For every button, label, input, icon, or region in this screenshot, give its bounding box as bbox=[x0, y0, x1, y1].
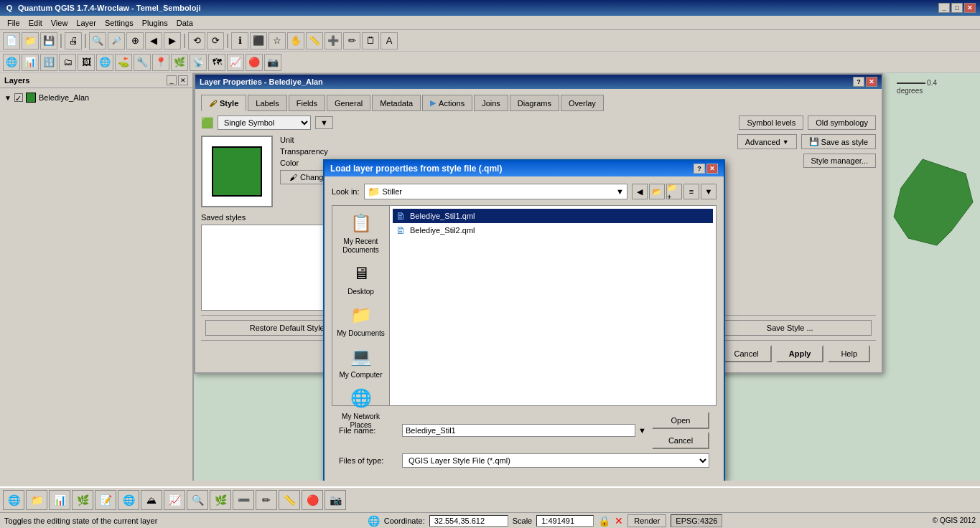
taskbar-btn-1[interactable]: 🌐 bbox=[3, 490, 24, 510]
layer-expand-icon[interactable]: ▼ bbox=[4, 94, 11, 102]
taskbar-btn-7[interactable]: ⛰ bbox=[141, 490, 162, 510]
layer-name[interactable]: Belediye_Alan bbox=[39, 93, 89, 102]
taskbar-btn-2[interactable]: 📁 bbox=[26, 490, 47, 510]
shortcut-computer[interactable]: 💻 My Computer bbox=[336, 344, 386, 380]
plugin-tool-15[interactable]: 📷 bbox=[264, 54, 281, 71]
layer-props-help-button[interactable]: ? bbox=[853, 77, 864, 87]
lock-icon[interactable]: 🔒 bbox=[598, 515, 610, 527]
taskbar-btn-13[interactable]: 📏 bbox=[279, 490, 300, 510]
taskbar-btn-4[interactable]: 🌿 bbox=[72, 490, 93, 510]
layers-panel-minimize[interactable]: _ bbox=[167, 75, 177, 85]
shortcut-documents[interactable]: 📁 My Documents bbox=[336, 302, 386, 338]
zoom-in-button[interactable]: 🔍 bbox=[89, 32, 106, 50]
open-button[interactable]: 📁 bbox=[22, 32, 39, 50]
cancel-button[interactable]: Cancel bbox=[722, 345, 772, 362]
style-manager-button[interactable]: Style manager... bbox=[803, 154, 877, 168]
select-button[interactable]: ⬛ bbox=[250, 32, 267, 50]
plugin-tool-9[interactable]: 📍 bbox=[152, 54, 169, 71]
zoom-out-button[interactable]: 🔎 bbox=[108, 32, 125, 50]
taskbar-btn-10[interactable]: 🌿 bbox=[210, 490, 231, 510]
tab-fields[interactable]: Fields bbox=[289, 95, 325, 111]
new-button[interactable]: 📄 bbox=[3, 32, 20, 50]
shortcut-recent[interactable]: 📋 My Recent Documents bbox=[336, 210, 386, 255]
plugin-tool-12[interactable]: 🗺 bbox=[208, 54, 225, 71]
taskbar-btn-12[interactable]: ✏ bbox=[256, 490, 277, 510]
plugin-tool-8[interactable]: 🔧 bbox=[134, 54, 151, 71]
plugin-tool-5[interactable]: 🖼 bbox=[78, 54, 95, 71]
plugin-tool-6[interactable]: 🌐 bbox=[96, 54, 113, 71]
plugin-tool-2[interactable]: 📊 bbox=[22, 54, 39, 71]
plugin-tool-3[interactable]: 🔢 bbox=[40, 54, 57, 71]
files-of-type-select[interactable]: QGIS Layer Style File (*.qml) bbox=[402, 453, 709, 468]
load-dialog-close-button[interactable]: ✕ bbox=[706, 164, 718, 174]
layer-checkbox[interactable]: ✓ bbox=[14, 93, 23, 102]
save-style-file-button[interactable]: Save Style ... bbox=[709, 320, 872, 336]
taskbar-btn-3[interactable]: 📊 bbox=[49, 490, 70, 510]
add-feature-button[interactable]: ➕ bbox=[325, 32, 342, 50]
plugin-tool-14[interactable]: 🔴 bbox=[246, 54, 263, 71]
maximize-button[interactable]: □ bbox=[951, 3, 963, 13]
nav-new-folder-button[interactable]: 📁+ bbox=[666, 184, 682, 199]
taskbar-btn-9[interactable]: 🔍 bbox=[187, 490, 208, 510]
plugin-tool-1[interactable]: 🌐 bbox=[3, 54, 20, 71]
minimize-button[interactable]: _ bbox=[938, 3, 950, 13]
forward-button[interactable]: ▶ bbox=[164, 32, 181, 50]
load-cancel-button[interactable]: Cancel bbox=[652, 432, 709, 449]
tab-actions[interactable]: ▶ Actions bbox=[422, 95, 472, 111]
nav-view-button[interactable]: ≡ bbox=[683, 184, 699, 199]
open-button[interactable]: Open bbox=[652, 412, 709, 429]
layer-props-controls[interactable]: ? ✕ bbox=[853, 77, 877, 87]
nav-up-button[interactable]: 📂 bbox=[649, 184, 665, 199]
plugin-tool-10[interactable]: 🌿 bbox=[171, 54, 188, 71]
file-item-0[interactable]: 🗎 Belediye_Stil1.qml bbox=[393, 209, 713, 223]
taskbar-btn-14[interactable]: 🔴 bbox=[302, 490, 323, 510]
save-as-style-button[interactable]: 💾 Save as style bbox=[801, 134, 876, 149]
print-button[interactable]: 🖨 bbox=[65, 32, 82, 50]
stop-render-icon[interactable]: ✕ bbox=[615, 515, 623, 527]
menu-database[interactable]: Data bbox=[172, 17, 197, 29]
menu-view[interactable]: View bbox=[47, 17, 73, 29]
symbol-type-dropdown[interactable]: ▼ bbox=[315, 116, 333, 129]
zoom-full-button[interactable]: ⊕ bbox=[126, 32, 144, 50]
tab-style[interactable]: 🖌 Style bbox=[201, 95, 246, 111]
menu-edit[interactable]: Edit bbox=[24, 17, 47, 29]
tab-diagrams[interactable]: Diagrams bbox=[510, 95, 559, 111]
plugin-tool-7[interactable]: ⛳ bbox=[115, 54, 132, 71]
menu-layer[interactable]: Layer bbox=[72, 17, 101, 29]
label-button[interactable]: A bbox=[381, 32, 398, 50]
undo-button[interactable]: ⟲ bbox=[188, 32, 205, 50]
taskbar-btn-5[interactable]: 📝 bbox=[95, 490, 116, 510]
symbol-type-select[interactable]: Single Symbol bbox=[218, 116, 311, 130]
scale-input[interactable] bbox=[536, 515, 594, 527]
file-list[interactable]: 🗎 Belediye_Stil1.qml 🗎 Belediye_Stil2.qm… bbox=[390, 206, 716, 405]
nav-view-dropdown[interactable]: ▼ bbox=[701, 184, 717, 199]
taskbar-btn-6[interactable]: 🌐 bbox=[118, 490, 139, 510]
identify-button[interactable]: ℹ bbox=[231, 32, 248, 50]
deselect-button[interactable]: ☆ bbox=[269, 32, 286, 50]
tab-general[interactable]: General bbox=[327, 95, 370, 111]
edit-button[interactable]: ✏ bbox=[343, 32, 360, 50]
redo-button[interactable]: ⟳ bbox=[207, 32, 224, 50]
tab-metadata[interactable]: Metadata bbox=[372, 95, 421, 111]
plugin-tool-13[interactable]: 📈 bbox=[227, 54, 244, 71]
layers-panel-close[interactable]: ✕ bbox=[178, 75, 188, 85]
menu-file[interactable]: File bbox=[3, 17, 24, 29]
back-button[interactable]: ◀ bbox=[145, 32, 162, 50]
taskbar-btn-15[interactable]: 📷 bbox=[325, 490, 346, 510]
attribute-button[interactable]: 🗒 bbox=[362, 32, 379, 50]
file-item-1[interactable]: 🗎 Belediye_Stil2.qml bbox=[393, 223, 713, 237]
pan-button[interactable]: ✋ bbox=[287, 32, 304, 50]
close-button[interactable]: ✕ bbox=[964, 3, 976, 13]
save-button[interactable]: 💾 bbox=[40, 32, 57, 50]
nav-back-button[interactable]: ◀ bbox=[632, 184, 648, 199]
window-controls[interactable]: _ □ ✕ bbox=[938, 3, 976, 13]
menu-settings[interactable]: Settings bbox=[101, 17, 138, 29]
coordinate-input[interactable] bbox=[429, 515, 508, 527]
help-button[interactable]: Help bbox=[828, 345, 870, 362]
symbol-levels-button[interactable]: Symbol levels bbox=[739, 116, 803, 130]
look-in-combo[interactable]: 📁 Stiller ▼ bbox=[364, 184, 627, 199]
tab-joins[interactable]: Joins bbox=[474, 95, 508, 111]
advanced-button[interactable]: Advanced ▼ bbox=[737, 134, 797, 149]
tab-overlay[interactable]: Overlay bbox=[561, 95, 604, 111]
layer-item[interactable]: ▼ ✓ Belediye_Alan bbox=[3, 91, 190, 104]
